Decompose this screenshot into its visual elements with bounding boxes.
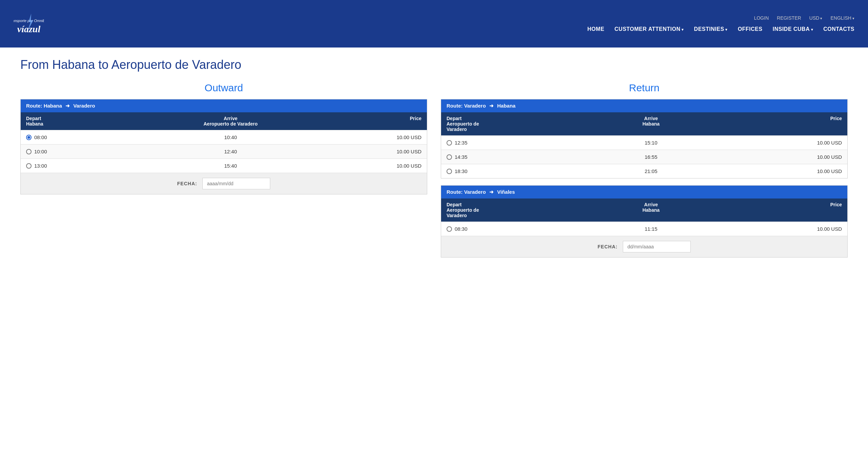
return1-radio-3[interactable] xyxy=(447,169,452,174)
outward-arrive-1: 10:40 xyxy=(82,130,379,144)
return-route-arrow-2: ➜ xyxy=(489,189,494,195)
nav-contacts[interactable]: CONTACTS xyxy=(823,26,854,32)
return1-price-2: 10.00 USD xyxy=(800,150,847,164)
top-nav: LOGIN REGISTER USD ENGLISH xyxy=(754,15,854,21)
return-date-row: FECHA: xyxy=(441,236,847,257)
outward-column: Outward Route: Habana ➜ Varadero DepartH… xyxy=(20,82,427,264)
outward-route-arrow: ➜ xyxy=(65,103,70,109)
return-title: Return xyxy=(441,82,848,94)
return-th-depart-1: DepartAeropuerto de Varadero xyxy=(441,112,502,135)
table-row: 12:35 15:10 10.00 USD xyxy=(441,135,847,150)
outward-th-price: Price xyxy=(379,112,427,130)
outward-price-1: 10.00 USD xyxy=(379,130,427,144)
return-table-header-2: DepartAeropuerto de Varadero ArriveHaban… xyxy=(441,198,847,222)
outward-th-depart: DepartHabana xyxy=(21,112,82,130)
return1-price-3: 10.00 USD xyxy=(800,164,847,178)
outward-table-header: DepartHabana ArriveAeropuerto de Varader… xyxy=(21,112,427,130)
return-route-header-2: Route: Varadero ➜ Viñales xyxy=(441,186,847,198)
logo-area: Transporte por Omnibus víazul xyxy=(14,8,44,39)
outward-title: Outward xyxy=(20,82,427,94)
outward-date-row: FECHA: xyxy=(21,173,427,194)
outward-fecha-input[interactable] xyxy=(202,178,270,189)
outward-depart-2: 10:00 xyxy=(21,145,82,158)
page-title: From Habana to Aeropuerto de Varadero xyxy=(20,58,848,72)
nav-area: LOGIN REGISTER USD ENGLISH HOME CUSTOMER… xyxy=(58,15,854,32)
return-th-arrive-2: ArriveHabana xyxy=(502,198,800,222)
return-column: Return Route: Varadero ➜ Habana DepartAe… xyxy=(441,82,848,264)
return1-radio-2[interactable] xyxy=(447,154,452,160)
main-content: From Habana to Aeropuerto de Varadero Ou… xyxy=(0,48,868,275)
return-route-label-1: Route: Varadero xyxy=(447,103,486,109)
outward-route-label: Route: Habana xyxy=(26,103,62,109)
return-route-to-2: Viñales xyxy=(497,189,515,195)
table-row: 10:00 12:40 10.00 USD xyxy=(21,144,427,158)
currency-dropdown[interactable]: USD xyxy=(809,15,823,21)
return1-arrive-1: 15:10 xyxy=(502,136,800,150)
return-th-price-1: Price xyxy=(800,112,847,135)
nav-offices[interactable]: OFFICES xyxy=(738,26,763,32)
table-row: 18:30 21:05 10.00 USD xyxy=(441,164,847,178)
return-fecha-label: FECHA: xyxy=(598,244,618,249)
return2-radio-1[interactable] xyxy=(447,226,452,232)
outward-arrive-3: 15:40 xyxy=(82,159,379,173)
outward-route-to: Varadero xyxy=(73,103,95,109)
outward-price-2: 10.00 USD xyxy=(379,145,427,158)
return1-radio-1[interactable] xyxy=(447,140,452,146)
return1-depart-2: 14:35 xyxy=(441,150,502,164)
outward-depart-1: 08:00 xyxy=(21,130,82,144)
return-th-depart-2: DepartAeropuerto de Varadero xyxy=(441,198,502,222)
return-th-price-2: Price xyxy=(800,198,847,222)
return1-depart-3: 18:30 xyxy=(441,164,502,178)
nav-destinies[interactable]: DESTINIES xyxy=(694,26,728,32)
nav-customer-attention[interactable]: CUSTOMER ATTENTION xyxy=(614,26,684,32)
language-dropdown[interactable]: ENGLISH xyxy=(830,15,854,21)
outward-arrive-2: 12:40 xyxy=(82,145,379,158)
return1-arrive-3: 21:05 xyxy=(502,164,800,178)
return1-depart-1: 12:35 xyxy=(441,136,502,150)
outward-route-block: Route: Habana ➜ Varadero DepartHabana Ar… xyxy=(20,99,427,194)
table-row: 08:00 10:40 10.00 USD xyxy=(21,130,427,144)
return-route-arrow-1: ➜ xyxy=(489,103,494,109)
return1-price-1: 10.00 USD xyxy=(800,136,847,150)
schedule-columns: Outward Route: Habana ➜ Varadero DepartH… xyxy=(20,82,848,264)
return-table-header-1: DepartAeropuerto de Varadero ArriveHaban… xyxy=(441,112,847,135)
login-link[interactable]: LOGIN xyxy=(754,15,769,21)
return1-arrive-2: 16:55 xyxy=(502,150,800,164)
return-fecha-input[interactable] xyxy=(623,241,691,252)
outward-radio-1[interactable] xyxy=(26,135,32,140)
register-link[interactable]: REGISTER xyxy=(777,15,801,21)
main-nav: HOME CUSTOMER ATTENTION DESTINIES OFFICE… xyxy=(587,26,854,32)
return-route-block-2: Route: Varadero ➜ Viñales DepartAeropuer… xyxy=(441,185,848,258)
table-row: 14:35 16:55 10.00 USD xyxy=(441,150,847,164)
nav-home[interactable]: HOME xyxy=(587,26,604,32)
return2-price-1: 10.00 USD xyxy=(800,222,847,236)
outward-route-header: Route: Habana ➜ Varadero xyxy=(21,99,427,112)
table-row: 13:00 15:40 10.00 USD xyxy=(21,158,427,173)
return-route-header-1: Route: Varadero ➜ Habana xyxy=(441,99,847,112)
outward-radio-2[interactable] xyxy=(26,149,32,154)
table-row: 08:30 11:15 10.00 USD xyxy=(441,222,847,236)
logo-icon: Transporte por Omnibus víazul xyxy=(14,8,44,39)
return-route-label-2: Route: Varadero xyxy=(447,189,486,195)
outward-depart-3: 13:00 xyxy=(21,159,82,173)
outward-fecha-label: FECHA: xyxy=(177,181,197,186)
svg-text:víazul: víazul xyxy=(17,24,41,34)
return2-depart-1: 08:30 xyxy=(441,222,502,236)
return2-arrive-1: 11:15 xyxy=(502,222,800,236)
outward-th-arrive: ArriveAeropuerto de Varadero xyxy=(82,112,379,130)
outward-radio-3[interactable] xyxy=(26,163,32,169)
outward-price-3: 10.00 USD xyxy=(379,159,427,173)
return-th-arrive-1: ArriveHabana xyxy=(502,112,800,135)
return-route-to-1: Habana xyxy=(497,103,515,109)
nav-inside-cuba[interactable]: INSIDE CUBA xyxy=(773,26,813,32)
return-route-block-1: Route: Varadero ➜ Habana DepartAeropuert… xyxy=(441,99,848,178)
svg-text:Transporte por Omnibus: Transporte por Omnibus xyxy=(14,19,44,23)
site-header: Transporte por Omnibus víazul LOGIN REGI… xyxy=(0,0,868,48)
